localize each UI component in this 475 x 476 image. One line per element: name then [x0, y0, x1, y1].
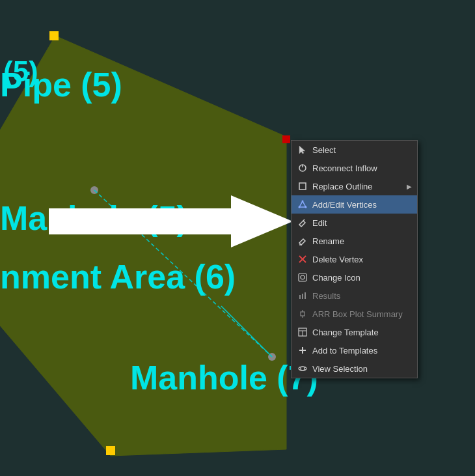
menu-item-view-selection[interactable]: View Selection — [292, 359, 417, 378]
menu-item-edit[interactable]: Edit — [292, 214, 417, 232]
menu-label-view-selection: View Selection — [312, 364, 368, 374]
menu-item-change-template[interactable]: Change Template — [292, 323, 417, 341]
submenu-arrow-icon: ▶ — [407, 183, 412, 190]
change-icon-icon — [297, 272, 308, 283]
arr-icon — [297, 308, 308, 320]
menu-item-replace-outline[interactable]: Replace Outline ▶ — [292, 177, 417, 195]
menu-label-select: Select — [312, 145, 336, 155]
svg-marker-10 — [299, 146, 305, 154]
menu-item-results: Results — [292, 287, 417, 305]
svg-rect-24 — [299, 295, 301, 299]
menu-item-reconnect-inflow[interactable]: Reconnect Inflow — [292, 159, 417, 177]
svg-rect-2 — [106, 446, 115, 455]
menu-item-arr-box-plot: ARR Box Plot Summary — [292, 305, 417, 323]
menu-label-vertices: Add/Edit Vertices — [312, 200, 377, 210]
delete-icon — [297, 253, 308, 265]
reconnect-icon — [297, 162, 308, 174]
vertices-icon — [297, 199, 308, 210]
menu-label-arr: ARR Box Plot Summary — [312, 309, 403, 319]
svg-point-23 — [301, 275, 305, 279]
template-icon — [297, 326, 308, 338]
menu-label-rename: Rename — [312, 236, 344, 246]
menu-item-rename[interactable]: Rename — [292, 232, 417, 250]
label-manhole7: Manhole (7) — [130, 358, 318, 397]
svg-rect-25 — [302, 294, 303, 299]
results-icon — [297, 290, 308, 301]
svg-point-17 — [299, 206, 301, 208]
svg-rect-27 — [301, 312, 305, 316]
menu-label-delete: Delete Vertex — [312, 255, 363, 264]
cursor-icon — [297, 144, 308, 156]
menu-label-change-template: Change Template — [312, 328, 379, 337]
menu-label-edit: Edit — [312, 218, 327, 228]
menu-item-select[interactable]: Select — [292, 141, 417, 159]
svg-rect-1 — [49, 31, 59, 40]
view-icon — [297, 363, 308, 374]
menu-item-add-edit-vertices[interactable]: Add/Edit Vertices — [292, 195, 417, 214]
menu-item-delete-vertex[interactable]: Delete Vertex — [292, 250, 417, 268]
menu-label-add-templates: Add to Templates — [312, 346, 377, 356]
menu-label-results: Results — [312, 291, 340, 301]
rename-icon — [297, 235, 308, 247]
label-catchment: nment Area (6) — [0, 257, 236, 296]
menu-item-change-icon[interactable]: Change Icon — [292, 268, 417, 287]
menu-item-add-to-templates[interactable]: Add to Templates — [292, 341, 417, 359]
replace-icon — [297, 180, 308, 192]
svg-rect-5 — [282, 135, 290, 143]
svg-point-35 — [301, 367, 305, 371]
menu-label-change-icon: Change Icon — [312, 273, 360, 283]
context-menu: Select Reconnect Inflow Replace Outline … — [291, 140, 418, 378]
menu-label-replace: Replace Outline — [312, 182, 373, 191]
edit-icon — [297, 217, 308, 229]
menu-label-reconnect: Reconnect Inflow — [312, 163, 377, 173]
svg-rect-22 — [299, 273, 306, 281]
label-pipe5: Pipe (5) — [0, 65, 122, 104]
svg-point-15 — [302, 201, 304, 203]
svg-rect-13 — [299, 183, 306, 189]
add-template-icon — [297, 344, 308, 356]
svg-point-16 — [305, 206, 307, 208]
svg-point-36 — [299, 367, 306, 371]
svg-marker-9 — [49, 195, 293, 247]
svg-rect-26 — [305, 292, 306, 299]
arrow-pointer — [49, 192, 296, 251]
svg-line-18 — [303, 219, 305, 221]
